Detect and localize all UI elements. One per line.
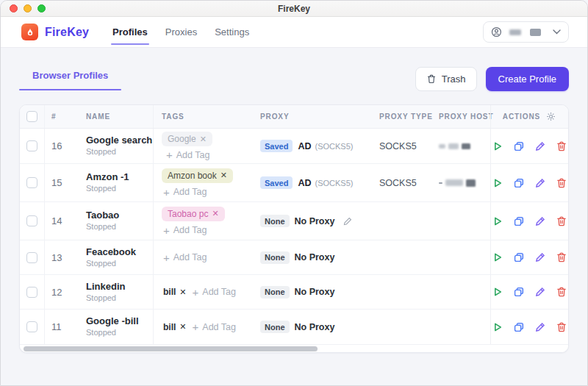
row-checkbox[interactable] xyxy=(26,252,37,263)
trash-button-label: Trash xyxy=(442,74,466,85)
proxy-type: SOCKS5 xyxy=(374,129,436,163)
gear-icon[interactable] xyxy=(545,111,556,122)
row-checkbox[interactable] xyxy=(26,321,37,332)
delete-profile-button[interactable] xyxy=(556,251,567,263)
edit-profile-button[interactable] xyxy=(534,215,546,227)
delete-profile-button[interactable] xyxy=(556,140,567,152)
plus-icon: + xyxy=(193,287,199,298)
row-number: 16 xyxy=(45,129,77,163)
tag-pill: bill✕ xyxy=(162,320,188,335)
profile-name: Linkedin xyxy=(86,281,125,293)
remove-tag-icon[interactable]: ✕ xyxy=(220,171,227,180)
add-tag-button[interactable]: +Add Tag xyxy=(163,187,207,198)
table-row: 13 Feacebook Stopped +Add Tag None No Pr… xyxy=(20,240,568,275)
table-header: # NAME TAGS PROXY PROXY TYPE PROXY HOST … xyxy=(20,105,568,129)
proxy-none-badge: None xyxy=(260,286,290,299)
duplicate-profile-button[interactable] xyxy=(513,321,525,333)
row-checkbox[interactable] xyxy=(26,215,37,226)
edit-profile-button[interactable] xyxy=(534,286,546,298)
remove-tag-icon[interactable]: ✕ xyxy=(179,287,186,297)
main-content: Browser Profiles Trash Create Profile # … xyxy=(1,48,587,385)
tag-pill: Amzon book✕ xyxy=(162,168,233,183)
duplicate-profile-button[interactable] xyxy=(513,177,525,189)
header-actions: ACTIONS xyxy=(490,105,568,128)
plus-icon: + xyxy=(163,187,170,198)
header-number: # xyxy=(45,105,77,128)
add-tag-button[interactable]: +Add Tag xyxy=(163,225,207,236)
row-number: 13 xyxy=(45,240,77,274)
proxy-name: No Proxy xyxy=(295,322,335,332)
firekey-logo-icon[interactable] xyxy=(21,24,38,40)
profile-status: Stopped xyxy=(86,183,116,193)
start-profile-button[interactable] xyxy=(492,286,503,298)
tab-proxies[interactable]: Proxies xyxy=(157,17,206,47)
add-tag-label: Add Tag xyxy=(202,287,236,297)
header-proxy-host: PROXY HOST xyxy=(436,105,490,128)
scrollbar-thumb[interactable] xyxy=(24,346,318,351)
proxy-name: No Proxy xyxy=(295,287,335,297)
header-tags: TAGS xyxy=(154,105,257,128)
table-row: 15 Amzon -1 Stopped Amzon book✕ +Add Tag… xyxy=(20,164,568,202)
proxy-name: No Proxy xyxy=(295,216,335,226)
start-profile-button[interactable] xyxy=(492,177,503,189)
remove-tag-icon[interactable]: ✕ xyxy=(212,209,218,218)
delete-profile-button[interactable] xyxy=(556,286,567,298)
nav-tabs: Profiles Proxies Settings xyxy=(104,17,258,47)
window-title: FireKey xyxy=(1,4,587,14)
tab-settings[interactable]: Settings xyxy=(206,17,258,47)
edit-profile-button[interactable] xyxy=(534,140,546,152)
proxy-protocol: (SOCKS5) xyxy=(315,142,353,151)
proxy-type xyxy=(374,202,436,240)
duplicate-profile-button[interactable] xyxy=(513,251,525,263)
header-proxy: PROXY xyxy=(257,105,374,128)
proxy-none-badge: None xyxy=(260,251,290,264)
row-number: 11 xyxy=(45,310,77,344)
add-tag-button[interactable]: +Add Tag xyxy=(166,149,209,160)
add-tag-button[interactable]: +Add Tag xyxy=(163,252,207,263)
select-all-checkbox[interactable] xyxy=(26,111,37,122)
edit-proxy-icon[interactable] xyxy=(343,216,353,226)
app-navbar: FireKey Profiles Proxies Settings xyxy=(1,17,587,48)
delete-profile-button[interactable] xyxy=(556,321,567,333)
row-number: 14 xyxy=(45,202,77,240)
account-menu[interactable] xyxy=(483,21,569,43)
start-profile-button[interactable] xyxy=(492,251,503,263)
plus-icon: + xyxy=(163,225,170,236)
add-tag-label: Add Tag xyxy=(173,225,207,235)
profile-status: Stopped xyxy=(86,258,116,268)
row-checkbox[interactable] xyxy=(26,287,37,298)
add-tag-label: Add Tag xyxy=(202,322,236,332)
proxy-saved-badge: Saved xyxy=(260,140,293,152)
edit-profile-button[interactable] xyxy=(534,321,546,333)
remove-tag-icon[interactable]: ✕ xyxy=(200,135,207,144)
tab-browser-profiles[interactable]: Browser Profiles xyxy=(19,67,121,90)
row-checkbox[interactable] xyxy=(26,140,37,151)
remove-tag-icon[interactable]: ✕ xyxy=(179,322,186,332)
table-row: 12 Linkedin Stopped bill✕ +Add Tag None … xyxy=(20,275,568,310)
proxy-host-redacted xyxy=(436,129,490,163)
proxy-type xyxy=(374,275,436,309)
profile-name: Feacebook xyxy=(86,246,136,258)
start-profile-button[interactable] xyxy=(492,321,503,333)
edit-profile-button[interactable] xyxy=(534,177,546,189)
tag-pill: Google✕ xyxy=(162,132,212,146)
profile-status: Stopped xyxy=(86,221,116,232)
start-profile-button[interactable] xyxy=(492,215,503,227)
tab-settings-label: Settings xyxy=(215,26,249,37)
add-tag-button[interactable]: +Add Tag xyxy=(193,287,236,298)
duplicate-profile-button[interactable] xyxy=(513,286,525,298)
delete-profile-button[interactable] xyxy=(556,177,567,189)
tab-proxies-label: Proxies xyxy=(165,26,197,37)
trash-button[interactable]: Trash xyxy=(415,67,477,91)
delete-profile-button[interactable] xyxy=(556,215,567,227)
add-tag-button[interactable]: +Add Tag xyxy=(193,321,236,332)
row-checkbox[interactable] xyxy=(26,177,37,188)
start-profile-button[interactable] xyxy=(492,140,503,152)
edit-profile-button[interactable] xyxy=(534,251,546,263)
brand-name[interactable]: FireKey xyxy=(45,26,89,39)
duplicate-profile-button[interactable] xyxy=(513,140,525,152)
profile-name: Google -bill xyxy=(86,315,139,327)
duplicate-profile-button[interactable] xyxy=(513,215,525,227)
create-profile-button[interactable]: Create Profile xyxy=(486,67,569,91)
tab-profiles[interactable]: Profiles xyxy=(104,17,157,47)
